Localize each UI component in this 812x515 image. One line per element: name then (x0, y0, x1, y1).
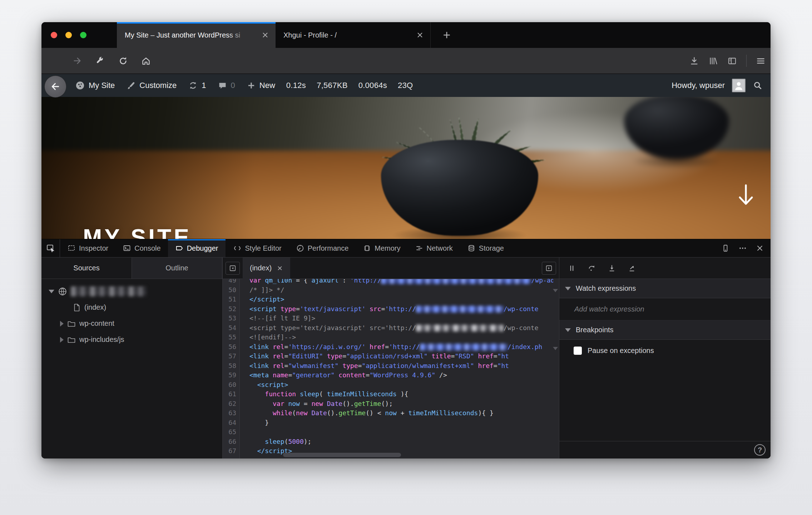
wrench-icon (95, 56, 104, 65)
wp-new-label: New (259, 81, 275, 90)
sidebar-toggle-icon[interactable] (727, 56, 737, 66)
tab-my-site[interactable]: My Site – Just another WordPress si (117, 22, 276, 48)
devtools-tab-console[interactable]: Console (115, 239, 168, 257)
devtools-tab-label: Memory (375, 244, 400, 252)
search-icon[interactable] (753, 80, 763, 90)
chevron-open-icon (565, 287, 571, 290)
chevron-open-icon[interactable] (49, 290, 54, 293)
qm-query-time[interactable]: 0.0064s (353, 81, 392, 90)
step-in-button[interactable] (604, 261, 619, 275)
pause-on-exceptions-label: Pause on exceptions (588, 347, 654, 355)
reload-button[interactable] (116, 54, 130, 68)
home-button[interactable] (139, 54, 153, 68)
pick-element-button[interactable] (41, 239, 60, 257)
debugger-icon (175, 244, 184, 252)
qm-memory[interactable]: 7,567KB (311, 81, 353, 90)
step-over-button[interactable] (584, 261, 599, 275)
devtools-tab-storage[interactable]: Storage (460, 239, 511, 257)
responsive-design-mode-button[interactable] (718, 241, 733, 255)
devtools-tab-label: Network (427, 244, 453, 252)
device-icon (721, 244, 730, 252)
outline-tab[interactable]: Outline (132, 258, 222, 279)
developer-tools-button[interactable] (93, 54, 107, 68)
element-picker-icon (46, 243, 56, 253)
tab-xhgui[interactable]: Xhgui - Profile - / (276, 22, 431, 48)
console-icon (123, 244, 131, 252)
panel-left-arrow-icon (229, 264, 237, 272)
help-icon[interactable]: ? (754, 444, 766, 456)
main-pot (381, 140, 538, 236)
wp-updates-menu[interactable]: 1 (182, 74, 212, 97)
forward-button[interactable] (70, 54, 84, 68)
step-over-icon (588, 264, 596, 273)
wp-my-site-menu[interactable]: My Site (69, 74, 120, 97)
devtools-tab-performance[interactable]: Performance (289, 239, 356, 257)
qm-query-count[interactable]: 23Q (392, 81, 418, 90)
step-out-button[interactable] (624, 261, 639, 275)
wp-updates-count: 1 (202, 81, 206, 90)
avatar[interactable] (732, 79, 746, 92)
watch-expressions-label: Watch expressions (576, 284, 636, 293)
add-watch-expression-input[interactable]: Add watch expression (559, 298, 771, 320)
updates-icon (188, 80, 198, 90)
plus-icon (247, 81, 256, 90)
wp-new-menu[interactable]: New (241, 74, 281, 97)
code-editor-panel: (index) 49505152535455565758596061626364… (223, 258, 559, 458)
wp-customize-menu[interactable]: Customize (120, 74, 182, 97)
chevron-closed-icon[interactable] (60, 337, 64, 343)
code-view[interactable]: var qm_l10n = { ajaxurl : 'http:///wp-ad… (240, 279, 553, 458)
sources-panel: Sources Outline (index) (41, 258, 223, 458)
wp-comments-menu[interactable]: 0 (212, 74, 241, 97)
new-tab-button[interactable] (439, 28, 455, 42)
devtools-meatball-menu[interactable] (736, 241, 750, 255)
library-icon[interactable] (708, 56, 718, 66)
source-tree-wp-content-row[interactable]: wp-content (41, 315, 222, 332)
editor-collapse-left-button[interactable] (226, 262, 240, 275)
zoom-window-button[interactable] (80, 32, 86, 38)
menu-hamburger-icon[interactable] (756, 56, 766, 66)
devtools-tab-inspector[interactable]: Inspector (60, 239, 115, 257)
minimize-window-button[interactable] (65, 32, 72, 38)
close-tab-icon[interactable] (415, 30, 425, 40)
devtools-tab-label: Console (134, 244, 160, 252)
chevron-closed-icon[interactable] (60, 321, 64, 327)
code-gutter: 49505152535455565758596061626364656667 (223, 279, 236, 456)
devtools-tab-network[interactable]: Network (408, 239, 460, 257)
pause-on-exceptions-checkbox[interactable] (574, 347, 582, 355)
downloads-icon[interactable] (689, 56, 699, 66)
devtools-tab-style-editor[interactable]: Style Editor (226, 239, 289, 257)
editor-expand-right-button[interactable] (542, 262, 556, 275)
close-tab-icon[interactable] (277, 265, 283, 271)
devtools-tab-memory[interactable]: Memory (356, 239, 407, 257)
scroll-marker-icon[interactable] (553, 289, 558, 292)
back-button[interactable] (44, 75, 66, 98)
devtools-tab-label: Debugger (187, 244, 218, 252)
close-icon (756, 244, 764, 252)
close-tab-icon[interactable] (260, 30, 271, 40)
source-tree-index-row[interactable]: (index) (41, 299, 222, 315)
close-window-button[interactable] (51, 32, 57, 38)
wp-admin-bar: My Site Customize 1 0 New 0.12s 7,567KB … (41, 74, 771, 97)
horizontal-scrollbar[interactable] (240, 453, 553, 457)
source-tree-wp-includes-row[interactable]: wp-includes/js (41, 332, 222, 348)
devtools-close-button[interactable] (753, 241, 767, 255)
tab-title-fade (228, 24, 257, 48)
pause-button[interactable] (564, 261, 579, 275)
inspector-icon (67, 244, 76, 252)
sources-tab[interactable]: Sources (41, 258, 132, 279)
devtools-tab-label: Style Editor (245, 244, 282, 252)
breakpoints-header[interactable]: Breakpoints (559, 320, 771, 340)
devtools-tab-debugger[interactable]: Debugger (168, 239, 226, 257)
scroll-down-arrow[interactable] (738, 184, 754, 207)
qm-page-time[interactable]: 0.12s (281, 81, 311, 90)
editor-tab-index[interactable]: (index) (243, 258, 290, 279)
pause-on-exceptions-row[interactable]: Pause on exceptions (559, 340, 771, 361)
devtools-toolbar: Inspector Console Debugger Style Editor … (41, 239, 771, 258)
scrollbar-thumb[interactable] (283, 453, 401, 457)
watch-expressions-header[interactable]: Watch expressions (559, 279, 771, 298)
file-icon (73, 303, 81, 312)
wp-howdy[interactable]: Howdy, wpuser (672, 81, 725, 90)
code-lines: var qm_l10n = { ajaxurl : 'http:///wp-ad… (249, 279, 553, 456)
source-tree-domain-row[interactable] (41, 283, 222, 299)
scroll-marker-icon[interactable] (553, 347, 558, 350)
